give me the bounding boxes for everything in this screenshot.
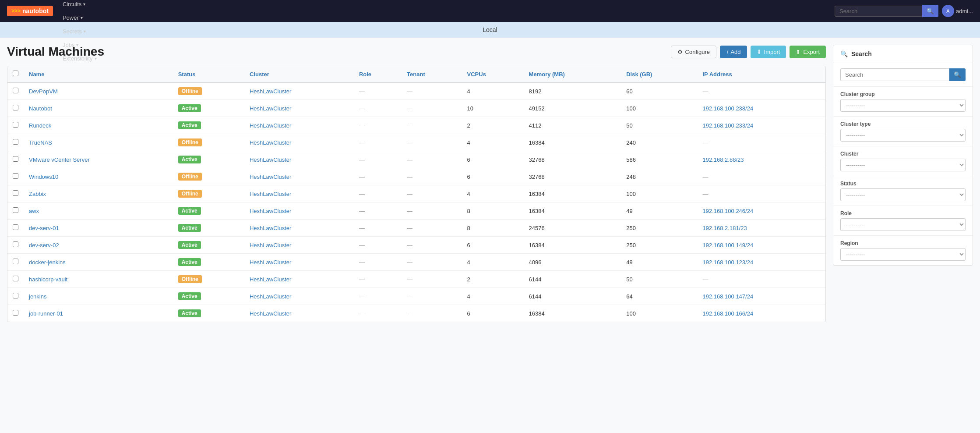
ip-link[interactable]: 192.168.100.149/24 [702, 242, 753, 248]
col-header-status[interactable]: Status [173, 66, 244, 82]
nav-item-power[interactable]: Power▾ [58, 11, 103, 25]
cluster-link[interactable]: HeshLawCluster [250, 174, 291, 180]
filter-select[interactable]: ---------- [840, 188, 966, 201]
sidebar-search-button[interactable]: 🔍 [949, 68, 966, 81]
vm-name-link[interactable]: Zabbix [29, 191, 46, 197]
row-checkbox[interactable] [13, 293, 18, 298]
ip-link[interactable]: 192.168.100.123/24 [702, 259, 753, 266]
vm-name-cell: Zabbix [24, 185, 173, 202]
row-checkbox[interactable] [13, 122, 18, 128]
ip-link[interactable]: 192.168.100.233/24 [702, 122, 753, 129]
select-all-checkbox[interactable] [13, 71, 18, 76]
vm-name-link[interactable]: hashicorp-vault [29, 276, 67, 283]
ip-link[interactable]: 192.168.2.88/23 [702, 156, 744, 163]
sidebar-search-row: 🔍 [833, 63, 973, 86]
col-header-disk-gb[interactable]: Disk (GB) [621, 66, 697, 82]
vm-cluster-cell: HeshLawCluster [244, 185, 354, 202]
row-checkbox[interactable] [13, 224, 18, 230]
vm-role-cell: — [354, 168, 402, 185]
col-header-vcpus[interactable]: VCPUs [462, 66, 524, 82]
vm-tenant-cell: — [402, 117, 462, 134]
row-checkbox[interactable] [13, 105, 18, 110]
cluster-link[interactable]: HeshLawCluster [250, 242, 291, 248]
vm-disk-cell: 50 [621, 271, 697, 288]
cluster-link[interactable]: HeshLawCluster [250, 276, 291, 283]
col-header-tenant[interactable]: Tenant [402, 66, 462, 82]
vm-name-link[interactable]: dev-serv-02 [29, 242, 59, 248]
brand-logo[interactable]: >>> nautobot [7, 6, 53, 16]
cluster-link[interactable]: HeshLawCluster [250, 105, 291, 112]
row-checkbox[interactable] [13, 156, 18, 162]
filter-label: Cluster group [840, 91, 966, 97]
row-checkbox[interactable] [13, 88, 18, 93]
vm-vcpus-cell: 10 [462, 100, 524, 117]
vm-ip-cell: — [697, 82, 825, 100]
cluster-link[interactable]: HeshLawCluster [250, 122, 291, 129]
vm-name-link[interactable]: DevPopVM [29, 88, 58, 95]
col-header-name[interactable]: Name [24, 66, 173, 82]
col-header-ip-address[interactable]: IP Address [697, 66, 825, 82]
vm-ip-cell: 192.168.100.123/24 [697, 254, 825, 271]
vm-name-link[interactable]: dev-serv-01 [29, 225, 59, 231]
user-menu[interactable]: A admi... [942, 5, 973, 17]
ip-link[interactable]: 192.168.100.246/24 [702, 208, 753, 214]
row-checkbox[interactable] [13, 173, 18, 179]
col-header-role[interactable]: Role [354, 66, 402, 82]
vm-cluster-cell: HeshLawCluster [244, 271, 354, 288]
col-header-cluster[interactable]: Cluster [244, 66, 354, 82]
col-header-memory-mb[interactable]: Memory (MB) [524, 66, 621, 82]
status-badge: Active [178, 309, 201, 317]
row-checkbox[interactable] [13, 241, 18, 247]
ip-link[interactable]: 192.168.100.238/24 [702, 105, 753, 112]
ip-link[interactable]: 192.168.100.147/24 [702, 293, 753, 300]
filter-select[interactable]: ---------- [840, 129, 966, 142]
vm-name-cell: hashicorp-vault [24, 271, 173, 288]
global-search-button[interactable]: 🔍 [922, 5, 938, 17]
filter-select[interactable]: ---------- [840, 159, 966, 171]
import-button[interactable]: ⇓ Import [751, 46, 786, 58]
vm-tenant-cell: — [402, 288, 462, 305]
vm-name-link[interactable]: jenkins [29, 293, 46, 300]
vm-disk-cell: 50 [621, 117, 697, 134]
cluster-link[interactable]: HeshLawCluster [250, 310, 291, 317]
vm-name-link[interactable]: awx [29, 208, 39, 214]
export-button[interactable]: ⇑ Export [790, 46, 826, 58]
vm-name-link[interactable]: job-runner-01 [29, 310, 63, 317]
row-checkbox[interactable] [13, 276, 18, 281]
cluster-link[interactable]: HeshLawCluster [250, 139, 291, 146]
row-checkbox[interactable] [13, 139, 18, 145]
vm-name-link[interactable]: TrueNAS [29, 139, 52, 146]
cluster-link[interactable]: HeshLawCluster [250, 88, 291, 95]
global-search-input[interactable] [835, 6, 922, 17]
row-checkbox[interactable] [13, 190, 18, 196]
filter-select[interactable]: ---------- [840, 99, 966, 112]
vm-tenant-cell: — [402, 185, 462, 202]
configure-button[interactable]: ⚙ Configure [671, 46, 716, 58]
col-label: Disk (GB) [626, 71, 652, 78]
filter-select[interactable]: ---------- [840, 248, 966, 261]
add-label: + Add [726, 49, 741, 55]
vm-vcpus-cell: 8 [462, 202, 524, 220]
row-checkbox[interactable] [13, 207, 18, 213]
cluster-link[interactable]: HeshLawCluster [250, 259, 291, 266]
cluster-link[interactable]: HeshLawCluster [250, 156, 291, 163]
cluster-link[interactable]: HeshLawCluster [250, 208, 291, 214]
row-checkbox[interactable] [13, 310, 18, 316]
vm-name-link[interactable]: Nautobot [29, 105, 52, 112]
row-checkbox[interactable] [13, 259, 18, 264]
vm-disk-cell: 240 [621, 134, 697, 151]
vm-name-link[interactable]: VMware vCenter Server [29, 156, 90, 163]
cluster-link[interactable]: HeshLawCluster [250, 293, 291, 300]
ip-link[interactable]: 192.168.2.181/23 [702, 225, 747, 231]
cluster-link[interactable]: HeshLawCluster [250, 191, 291, 197]
nav-item-secrets[interactable]: Secrets▾ [58, 25, 103, 38]
ip-link[interactable]: 192.168.100.166/24 [702, 310, 753, 317]
cluster-link[interactable]: HeshLawCluster [250, 225, 291, 231]
sidebar-search-input[interactable] [840, 68, 949, 81]
vm-name-link[interactable]: Rundeck [29, 122, 51, 129]
filter-select[interactable]: ---------- [840, 218, 966, 231]
vm-name-link[interactable]: Windows10 [29, 174, 58, 180]
vm-name-link[interactable]: docker-jenkins [29, 259, 66, 266]
add-button[interactable]: + Add [720, 46, 747, 58]
nav-item-circuits[interactable]: Circuits▾ [58, 0, 103, 11]
